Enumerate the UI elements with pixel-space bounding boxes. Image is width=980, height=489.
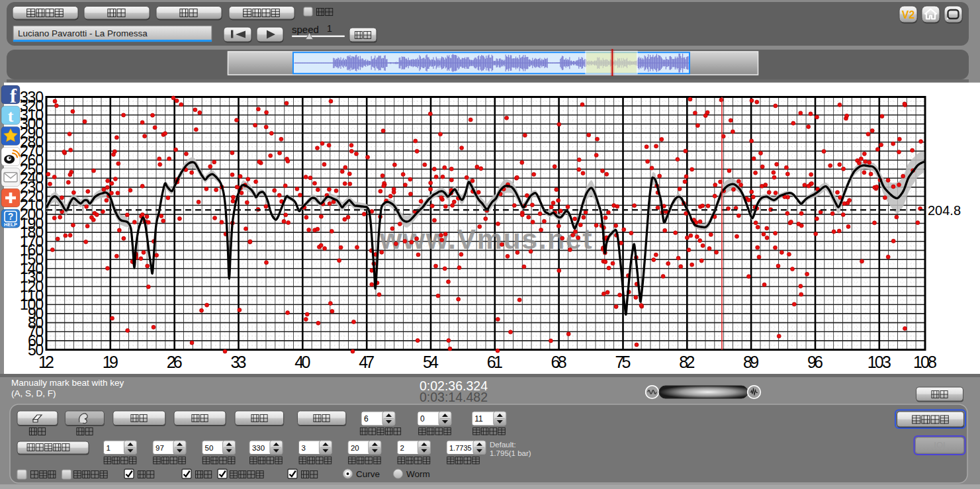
svg-text:t: t xyxy=(8,107,14,126)
svg-text:89: 89 xyxy=(743,353,759,371)
svg-text:61: 61 xyxy=(487,353,503,371)
svg-text:6: 6 xyxy=(364,414,369,423)
svg-text:68: 68 xyxy=(551,353,567,371)
svg-text:IOI: IOI xyxy=(934,440,945,450)
svg-text:11: 11 xyxy=(474,414,483,423)
svg-text:Curve: Curve xyxy=(356,469,380,479)
svg-text:f: f xyxy=(10,85,17,107)
svg-text:50: 50 xyxy=(205,444,214,452)
svg-text:108: 108 xyxy=(913,353,937,371)
svg-text:330: 330 xyxy=(252,444,265,452)
svg-text:V2: V2 xyxy=(902,9,915,21)
svg-text:1.7735: 1.7735 xyxy=(449,444,472,452)
svg-text:1: 1 xyxy=(107,444,111,452)
svg-text:204.8: 204.8 xyxy=(928,203,961,218)
svg-text:?: ? xyxy=(8,211,14,222)
svg-text:0:03:14.482: 0:03:14.482 xyxy=(420,390,488,404)
svg-text:0: 0 xyxy=(420,414,425,423)
svg-text:97: 97 xyxy=(156,444,164,452)
svg-text:47: 47 xyxy=(359,353,375,371)
svg-text:54: 54 xyxy=(423,353,439,371)
svg-text:speed: speed xyxy=(292,24,319,35)
svg-text:2: 2 xyxy=(400,444,404,452)
svg-text:82: 82 xyxy=(679,353,695,371)
svg-text:26: 26 xyxy=(167,353,183,371)
svg-text:40: 40 xyxy=(294,353,310,371)
svg-text:33: 33 xyxy=(231,353,247,371)
svg-text:96: 96 xyxy=(807,353,823,371)
svg-text:19: 19 xyxy=(103,353,118,371)
svg-text:3: 3 xyxy=(301,444,305,452)
svg-text:Worm: Worm xyxy=(406,469,430,479)
svg-text:(A, S, D, F): (A, S, D, F) xyxy=(11,388,56,398)
svg-text:Default:: Default: xyxy=(490,441,516,449)
svg-text:75: 75 xyxy=(615,353,631,371)
svg-text:1: 1 xyxy=(327,23,332,34)
svg-text:1.795(1 bar): 1.795(1 bar) xyxy=(490,449,531,457)
svg-text:103: 103 xyxy=(868,353,891,371)
svg-text:12: 12 xyxy=(38,353,54,371)
svg-text:20: 20 xyxy=(351,444,359,452)
svg-text:Luciano Pavarotti - La Promess: Luciano Pavarotti - La Promessa xyxy=(18,28,148,38)
svg-text:Manually mark beat with key: Manually mark beat with key xyxy=(11,378,124,388)
svg-text:330: 330 xyxy=(20,89,44,106)
svg-text:HELP: HELP xyxy=(4,222,17,228)
